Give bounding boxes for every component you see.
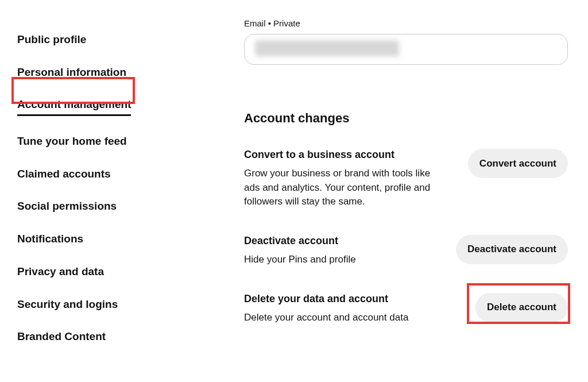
deactivate-account-heading: Deactivate account	[244, 235, 434, 247]
settings-sidebar: Public profile Personal information Acco…	[0, 0, 149, 382]
sidebar-item-public-profile[interactable]: Public profile	[17, 26, 86, 54]
sidebar-item-privacy-data[interactable]: Privacy and data	[17, 258, 104, 286]
delete-account-text: Delete your data and account Delete your…	[244, 293, 434, 325]
sidebar-item-tune-feed[interactable]: Tune your home feed	[17, 128, 127, 156]
sidebar-item-account-management[interactable]: Account management	[17, 91, 131, 123]
main-content: Email • Private Account changes Convert …	[149, 0, 588, 382]
convert-account-text: Convert to a business account Grow your …	[244, 149, 434, 209]
sidebar-item-notifications[interactable]: Notifications	[17, 225, 83, 253]
delete-account-desc: Delete your account and account data	[244, 311, 434, 325]
delete-account-row: Delete your data and account Delete your…	[244, 293, 568, 325]
convert-account-row: Convert to a business account Grow your …	[244, 149, 568, 209]
deactivate-account-row: Deactivate account Hide your Pins and pr…	[244, 235, 568, 267]
deactivate-account-button[interactable]: Deactivate account	[456, 235, 568, 264]
email-field[interactable]	[244, 34, 568, 65]
sidebar-item-branded-content[interactable]: Branded Content	[17, 323, 106, 351]
delete-account-heading: Delete your data and account	[244, 293, 434, 305]
convert-account-desc: Grow your business or brand with tools l…	[244, 167, 434, 209]
account-changes-title: Account changes	[244, 111, 568, 126]
email-label: Email • Private	[244, 18, 568, 28]
sidebar-item-security-logins[interactable]: Security and logins	[17, 291, 118, 319]
deactivate-account-text: Deactivate account Hide your Pins and pr…	[244, 235, 434, 267]
sidebar-item-claimed-accounts[interactable]: Claimed accounts	[17, 160, 111, 188]
deactivate-account-desc: Hide your Pins and profile	[244, 253, 434, 267]
convert-account-button[interactable]: Convert account	[468, 149, 568, 178]
sidebar-item-personal-information[interactable]: Personal information	[17, 59, 126, 87]
delete-account-button[interactable]: Delete account	[475, 293, 568, 322]
sidebar-item-social-permissions[interactable]: Social permissions	[17, 192, 117, 221]
convert-account-heading: Convert to a business account	[244, 149, 434, 161]
